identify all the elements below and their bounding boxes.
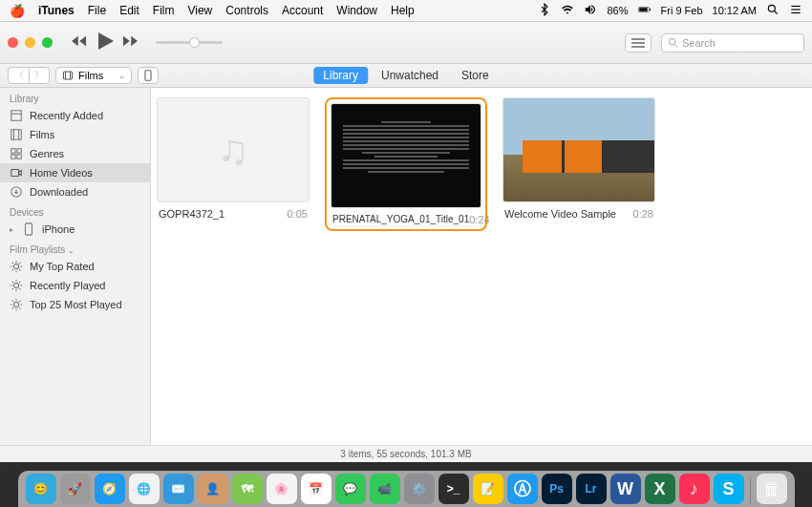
- dock-photoshop-icon[interactable]: Ps: [542, 474, 572, 504]
- list-view-button[interactable]: [625, 33, 652, 53]
- video-thumbnail: [331, 103, 481, 208]
- spotlight-icon[interactable]: [766, 3, 780, 18]
- dock-facetime-icon[interactable]: 📹: [370, 474, 400, 504]
- sidebar-item-top-rated[interactable]: My Top Rated: [0, 257, 150, 276]
- video-item[interactable]: ♫ GOPR4372_1 0:05: [157, 97, 310, 220]
- svg-point-3: [768, 5, 775, 11]
- sidebar-item-top-25[interactable]: Top 25 Most Played: [0, 295, 150, 314]
- playback-controls: [70, 31, 142, 54]
- video-item-selected[interactable]: PRENATAL_YOGA_01_Title_01 0:24: [325, 97, 487, 231]
- genres-icon: [10, 147, 23, 160]
- dock-notes-icon[interactable]: 📝: [473, 474, 503, 504]
- view-tabs: Library Unwatched Store: [313, 67, 498, 84]
- tab-store[interactable]: Store: [452, 67, 499, 84]
- itunes-window: Search 〈 〉 Films ⌄ Library Unwatched Sto…: [0, 21, 812, 462]
- bluetooth-icon[interactable]: [538, 3, 551, 18]
- chevron-down-icon[interactable]: ⌄: [68, 246, 75, 255]
- dock-excel-icon[interactable]: X: [645, 474, 675, 504]
- dock-mail-icon[interactable]: ✉️: [163, 474, 194, 504]
- battery-percent[interactable]: 86%: [607, 5, 628, 16]
- sidebar-item-recently-played[interactable]: Recently Played: [0, 276, 150, 295]
- wifi-icon[interactable]: [561, 3, 574, 18]
- tab-unwatched[interactable]: Unwatched: [372, 67, 448, 84]
- svg-point-29: [13, 264, 18, 268]
- menu-edit[interactable]: Edit: [119, 4, 139, 17]
- video-title: Welcome Video Sample: [504, 208, 616, 220]
- volume-slider[interactable]: [156, 41, 223, 44]
- volume-icon[interactable]: [584, 3, 597, 18]
- dock-skype-icon[interactable]: S: [714, 474, 744, 504]
- sidebar-item-downloaded[interactable]: Downloaded: [0, 182, 150, 201]
- phone-icon: [22, 222, 35, 236]
- search-placeholder: Search: [682, 37, 716, 49]
- svg-line-12: [674, 44, 677, 47]
- dock-finder-icon[interactable]: 😊: [26, 474, 56, 504]
- nav-buttons: 〈 〉: [8, 67, 50, 84]
- dock-safari-icon[interactable]: 🧭: [95, 474, 125, 504]
- menubar-date[interactable]: Fri 9 Feb: [661, 5, 703, 16]
- previous-button[interactable]: [70, 32, 91, 53]
- dock-itunes-icon[interactable]: ♪: [679, 474, 710, 504]
- svg-rect-28: [26, 223, 32, 235]
- device-button[interactable]: [138, 67, 159, 84]
- play-button[interactable]: [96, 31, 116, 54]
- dock-contacts-icon[interactable]: 👤: [198, 474, 228, 504]
- dock-calendar-icon[interactable]: 📅: [301, 474, 331, 504]
- sidebar-item-recently-added[interactable]: Recently Added: [0, 106, 150, 125]
- dock-photos-icon[interactable]: 🌸: [267, 474, 297, 504]
- menu-window[interactable]: Window: [336, 4, 377, 17]
- back-button[interactable]: 〈: [8, 67, 29, 84]
- dock-preferences-icon[interactable]: ⚙️: [404, 474, 435, 504]
- menu-help[interactable]: Help: [391, 4, 415, 17]
- titlebar: Search: [0, 22, 812, 64]
- dock-maps-icon[interactable]: 🗺: [232, 474, 263, 504]
- notification-icon[interactable]: [789, 3, 802, 18]
- media-type-select[interactable]: Films ⌄: [55, 67, 132, 84]
- tab-library[interactable]: Library: [313, 67, 368, 84]
- video-item[interactable]: Welcome Video Sample 0:28: [502, 97, 655, 220]
- apple-menu-icon[interactable]: 🍎: [10, 4, 25, 18]
- fullscreen-button[interactable]: [42, 37, 53, 48]
- gear-icon: [10, 279, 23, 292]
- next-button[interactable]: [121, 32, 142, 53]
- dock: 😊🚀🧭🌐✉️👤🗺🌸📅💬📹⚙️>_📝ⒶPsLrWX♪S🗑: [18, 471, 795, 507]
- download-icon: [10, 185, 23, 199]
- svg-rect-25: [17, 155, 21, 158]
- dock-messages-icon[interactable]: 💬: [335, 474, 366, 504]
- menu-film[interactable]: Film: [153, 4, 175, 17]
- dock-launchpad-icon[interactable]: 🚀: [60, 474, 91, 504]
- dock-word-icon[interactable]: W: [610, 474, 641, 504]
- svg-rect-19: [11, 130, 22, 140]
- dock-terminal-icon[interactable]: >_: [438, 474, 469, 504]
- forward-button[interactable]: 〉: [29, 67, 50, 84]
- minimize-button[interactable]: [25, 37, 35, 48]
- video-duration: 0:05: [288, 208, 308, 220]
- menu-account[interactable]: Account: [282, 4, 323, 17]
- dock-chrome-icon[interactable]: 🌐: [129, 474, 160, 504]
- close-button[interactable]: [8, 37, 18, 48]
- svg-rect-13: [64, 72, 73, 79]
- menubar-right: 86% Fri 9 Feb 10:12 AM: [538, 3, 802, 18]
- svg-rect-17: [11, 111, 22, 121]
- svg-rect-22: [11, 149, 15, 153]
- sidebar-item-genres[interactable]: Genres: [0, 144, 150, 163]
- app-name[interactable]: iTunes: [38, 4, 75, 17]
- dock-trash-icon[interactable]: 🗑: [757, 474, 787, 504]
- video-duration: 0:24: [469, 214, 489, 225]
- video-thumbnail: ♫: [157, 97, 310, 202]
- search-input[interactable]: Search: [661, 33, 804, 53]
- expand-icon[interactable]: ▸: [10, 225, 13, 234]
- dock-appstore-icon[interactable]: Ⓐ: [507, 474, 538, 504]
- video-grid: ♫ GOPR4372_1 0:05 PRENATAL_YOGA_01_Title…: [151, 88, 812, 445]
- menubar-time[interactable]: 10:12 AM: [713, 5, 757, 16]
- dock-lightroom-icon[interactable]: Lr: [576, 474, 607, 504]
- menu-view[interactable]: View: [187, 4, 212, 17]
- menu-controls[interactable]: Controls: [225, 4, 268, 17]
- menu-file[interactable]: File: [88, 4, 106, 17]
- svg-rect-26: [11, 170, 19, 177]
- battery-icon[interactable]: [638, 3, 652, 18]
- sidebar-item-iphone[interactable]: ▸ iPhone: [0, 220, 150, 239]
- sidebar: Library Recently Added Films Genres Home…: [0, 88, 151, 445]
- sidebar-item-films[interactable]: Films: [0, 125, 150, 144]
- sidebar-item-home-videos[interactable]: Home Videos: [0, 163, 150, 182]
